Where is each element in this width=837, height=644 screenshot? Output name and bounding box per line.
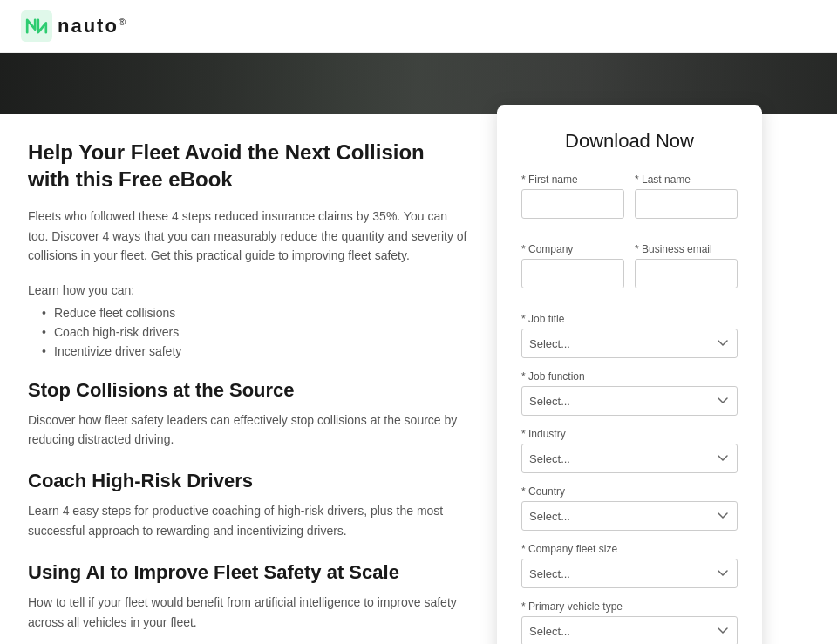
industry-select[interactable]: Select... Transportation Logistics Const…	[521, 444, 738, 473]
left-content: Help Your Fleet Avoid the Next Collision…	[0, 114, 497, 644]
industry-group: * Industry Select... Transportation Logi…	[521, 428, 738, 473]
main-container: Help Your Fleet Avoid the Next Collision…	[0, 114, 837, 644]
company-label: * Company	[521, 243, 624, 255]
fleet-size-label: * Company fleet size	[521, 543, 738, 555]
form-card: Download Now * First name * Last name * …	[497, 105, 762, 644]
country-group: * Country Select... United States Canada…	[521, 485, 738, 531]
vehicle-type-group: * Primary vehicle type Select... Trucks …	[521, 600, 738, 644]
business-email-label: * Business email	[635, 243, 738, 255]
list-item: Reduce fleet collisions	[42, 306, 469, 320]
vehicle-type-select[interactable]: Select... Trucks Vans Cars Mixed Other	[521, 616, 738, 644]
logo: nauto®	[21, 10, 127, 42]
country-select[interactable]: Select... United States Canada United Ki…	[521, 501, 738, 531]
learn-how-label: Learn how you can:	[28, 283, 469, 297]
vehicle-type-label: * Primary vehicle type	[521, 600, 738, 613]
section3-text: How to tell if your fleet would benefit …	[28, 593, 469, 632]
job-title-group: * Job title Select... C-Level VP Directo…	[521, 313, 738, 358]
section2-heading: Coach High-Risk Drivers	[28, 470, 469, 492]
section1-heading: Stop Collisions at the Source	[28, 379, 469, 402]
section1-text: Discover how fleet safety leaders can ef…	[28, 410, 469, 450]
main-heading: Help Your Fleet Avoid the Next Collision…	[28, 139, 469, 193]
company-input[interactable]	[521, 259, 624, 288]
job-function-group: * Job function Select... Operations Safe…	[521, 370, 738, 416]
logo-text: nauto®	[58, 15, 127, 37]
bullet-list: Reduce fleet collisions Coach high-risk …	[28, 306, 469, 358]
job-function-select[interactable]: Select... Operations Safety Finance IT H…	[521, 386, 738, 416]
svg-rect-0	[21, 10, 52, 42]
last-name-input[interactable]	[635, 189, 738, 219]
first-name-group: * First name	[521, 173, 624, 219]
job-title-select[interactable]: Select... C-Level VP Director Manager In…	[521, 329, 738, 358]
section3-heading: Using AI to Improve Fleet Safety at Scal…	[28, 561, 469, 584]
form-title: Download Now	[521, 130, 738, 153]
job-function-label: * Job function	[521, 370, 738, 383]
industry-label: * Industry	[521, 428, 738, 440]
intro-text: Fleets who followed these 4 steps reduce…	[28, 207, 469, 265]
list-item: Incentivize driver safety	[42, 344, 469, 358]
section2-text: Learn 4 easy steps for productive coachi…	[28, 501, 469, 540]
nauto-logo-icon	[21, 10, 52, 42]
company-row: * Company * Business email	[521, 243, 738, 301]
company-group: * Company	[521, 243, 624, 288]
business-email-input[interactable]	[635, 259, 738, 288]
first-name-label: * First name	[521, 173, 624, 186]
last-name-group: * Last name	[635, 173, 738, 219]
site-header: nauto®	[0, 0, 837, 53]
right-panel: Download Now * First name * Last name * …	[497, 105, 776, 644]
country-label: * Country	[521, 485, 738, 498]
fleet-size-select[interactable]: Select... 1-50 51-200 201-500 501-1000 1…	[521, 559, 738, 588]
first-name-input[interactable]	[521, 189, 624, 219]
fleet-size-group: * Company fleet size Select... 1-50 51-2…	[521, 543, 738, 588]
business-email-group: * Business email	[635, 243, 738, 288]
list-item: Coach high-risk drivers	[42, 325, 469, 339]
name-row: * First name * Last name	[521, 173, 738, 231]
last-name-label: * Last name	[635, 173, 738, 186]
job-title-label: * Job title	[521, 313, 738, 325]
